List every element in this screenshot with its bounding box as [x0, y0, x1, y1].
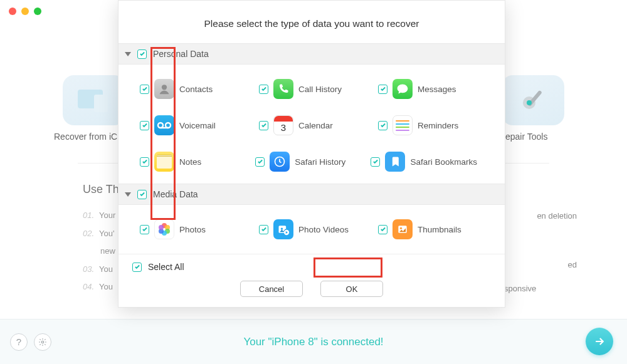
- modal-title: Please select the type of data you want …: [119, 1, 505, 43]
- checkbox-contacts[interactable]: [140, 85, 149, 94]
- item-label: Calendar: [298, 121, 333, 130]
- item-label: Notes: [179, 157, 201, 167]
- item-label: Safari History: [295, 157, 345, 167]
- item-label: Photos: [179, 225, 206, 234]
- arrow-right-icon: [593, 335, 606, 348]
- section-grid-personal: Contacts Call History Messages: [119, 65, 505, 184]
- svg-point-4: [527, 100, 532, 105]
- section-label: Media Data: [153, 189, 198, 199]
- select-all-label: Select All: [148, 262, 184, 272]
- svg-rect-1: [94, 95, 108, 112]
- item-label: Photo Videos: [298, 225, 349, 234]
- section-label: Personal Data: [153, 49, 209, 59]
- modal-button-row: Cancel OK: [119, 281, 505, 297]
- checkbox-notes[interactable]: [140, 157, 149, 167]
- svg-point-6: [162, 85, 167, 90]
- photo-videos-icon: [273, 219, 293, 239]
- checkbox-photos[interactable]: [140, 225, 149, 234]
- bg-tab-label-left: Recover from iC: [54, 132, 117, 142]
- chevron-down-icon: [125, 52, 131, 56]
- footer-status-text: Your "iPhone 8" is connected!: [0, 336, 627, 348]
- bg-tile-recover-icloud: [63, 75, 125, 125]
- item-label: Voicemail: [179, 121, 216, 130]
- item-thumbnails: Thumbnails: [378, 219, 497, 239]
- safari-bookmarks-icon: [385, 152, 405, 172]
- phone-icon: [273, 79, 293, 99]
- checkbox-reminders[interactable]: [378, 121, 387, 130]
- item-label: Messages: [418, 85, 456, 94]
- item-messages: Messages: [378, 79, 497, 99]
- item-label: Reminders: [418, 121, 458, 130]
- svg-point-20: [400, 227, 402, 229]
- checkbox-photo-videos[interactable]: [259, 225, 268, 234]
- checkbox-thumbnails[interactable]: [378, 225, 387, 234]
- checkbox-voicemail[interactable]: [140, 121, 149, 130]
- section-header-media[interactable]: Media Data: [119, 184, 505, 205]
- item-reminders: Reminders: [378, 115, 497, 135]
- item-contacts: Contacts: [140, 79, 259, 99]
- reminders-icon: [393, 115, 413, 135]
- item-photo-videos: Photo Videos: [259, 219, 378, 239]
- item-voicemail: Voicemail: [140, 115, 259, 135]
- item-label: Call History: [298, 85, 342, 94]
- cancel-button[interactable]: Cancel: [240, 281, 303, 297]
- select-data-modal: Please select the type of data you want …: [118, 0, 505, 308]
- item-label: Contacts: [179, 85, 213, 94]
- checkbox-messages[interactable]: [378, 85, 387, 94]
- bg-use-this-heading: Use Thi: [83, 183, 122, 196]
- section-header-personal[interactable]: Personal Data: [119, 43, 505, 65]
- svg-point-17: [281, 228, 283, 230]
- messages-icon: [393, 79, 413, 99]
- voicemail-icon: [154, 115, 174, 135]
- checkbox-safari-bookmarks[interactable]: [371, 157, 380, 167]
- checkbox-call-history[interactable]: [259, 85, 268, 94]
- item-label: Thumbnails: [418, 225, 461, 234]
- devices-icon: [75, 87, 113, 113]
- checkbox-calendar[interactable]: [259, 121, 268, 130]
- item-notes: Notes: [140, 152, 255, 172]
- bg-tile-repair-tools: [502, 75, 564, 125]
- svg-point-15: [159, 225, 164, 230]
- wrench-gear-icon: [517, 84, 549, 117]
- notes-icon: [154, 152, 174, 172]
- item-safari-bookmarks: Safari Bookmarks: [371, 152, 498, 172]
- calendar-icon: 3: [273, 115, 293, 135]
- safari-history-icon: [270, 152, 290, 172]
- checkbox-select-all[interactable]: [132, 263, 142, 272]
- checkbox-section-personal[interactable]: [137, 49, 147, 59]
- select-all-row: Select All: [119, 254, 505, 278]
- bg-tab-label-right: epair Tools: [505, 132, 547, 142]
- item-safari-history: Safari History: [255, 152, 371, 172]
- checkbox-section-media[interactable]: [137, 190, 147, 199]
- photos-icon: [154, 219, 174, 239]
- thumbnails-icon: [393, 219, 413, 239]
- next-button[interactable]: [586, 328, 613, 355]
- item-photos: Photos: [140, 219, 259, 239]
- item-calendar: 3 Calendar: [259, 115, 378, 135]
- ok-button[interactable]: OK: [320, 281, 383, 297]
- item-label: Safari Bookmarks: [410, 157, 477, 167]
- section-grid-media: Photos Photo Videos Thumbnails: [119, 205, 505, 251]
- footer-bar: ? Your "iPhone 8" is connected!: [0, 319, 627, 364]
- contacts-icon: [154, 79, 174, 99]
- checkbox-safari-history[interactable]: [255, 157, 265, 167]
- chevron-down-icon: [125, 192, 131, 197]
- item-call-history: Call History: [259, 79, 378, 99]
